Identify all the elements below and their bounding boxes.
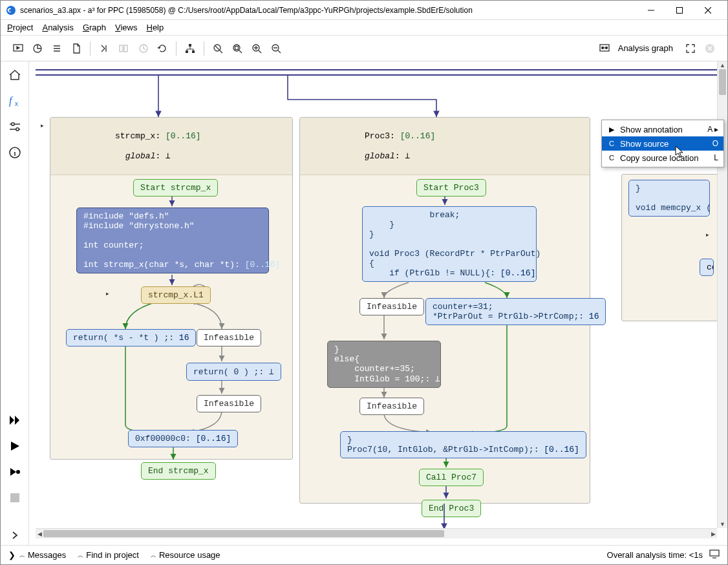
node-infeasible-2[interactable]: Infeasible (197, 395, 261, 412)
svg-point-15 (601, 47, 603, 48)
zoom-in-icon[interactable] (247, 39, 266, 58)
c-lang-icon: C (606, 154, 617, 162)
node-end-strcmp[interactable]: End strcmp_x (141, 462, 216, 480)
menu-project[interactable]: Project (7, 23, 33, 32)
node-return-val[interactable]: return( *s - *t ) ;: 16 (66, 329, 196, 346)
node-infeasible-4[interactable]: Infeasible (359, 398, 424, 415)
menu-graph[interactable]: Graph (83, 23, 106, 32)
fullscreen-icon[interactable] (681, 39, 700, 58)
triangle-right-icon: ▶ (606, 125, 617, 134)
refresh-icon[interactable] (153, 39, 172, 58)
svg-point-23 (16, 470, 20, 474)
expand-loop-icon[interactable]: ▸ (106, 290, 112, 297)
menu-views[interactable]: Views (115, 23, 137, 32)
svg-rect-4 (124, 45, 127, 52)
scroll-thumb-h[interactable] (43, 530, 444, 537)
play-icon[interactable] (5, 436, 25, 456)
node-addr[interactable]: 0xf00000c0: [0..16] (128, 430, 238, 447)
svg-rect-8 (192, 50, 195, 53)
window-title: scenarios_a3.apx - a³ for PPC (15985058)… (20, 6, 637, 15)
scroll-left-icon[interactable]: ◀ (36, 529, 43, 538)
left-rail: fx (1, 61, 29, 545)
stop-icon[interactable] (5, 488, 25, 507)
menu-show-source[interactable]: C Show source O (602, 136, 723, 151)
scroll-up-icon[interactable]: ▲ (718, 61, 727, 69)
home-icon[interactable] (5, 65, 25, 85)
status-time: Overall analysis time: <1s (607, 550, 703, 560)
pane-strcmp[interactable]: strcmp_x: [0..16] global: ⊥ (50, 117, 293, 460)
zoom-fit-icon[interactable] (228, 39, 247, 58)
close-view-icon[interactable] (700, 39, 720, 58)
function-icon[interactable]: fx (5, 91, 25, 111)
view-label: Analysis graph (618, 43, 673, 53)
node-call-proc7[interactable]: Call Proc7 (419, 469, 484, 486)
svg-point-16 (605, 47, 607, 48)
screen-run-icon[interactable] (8, 39, 28, 58)
maximize-button[interactable] (665, 1, 694, 19)
svg-rect-24 (10, 493, 19, 502)
svg-rect-25 (710, 550, 719, 556)
pane-memcpy[interactable]: } void memcpy_x (cha ▸ cou (621, 174, 717, 321)
play-to-icon[interactable] (5, 462, 25, 482)
svg-text:f: f (9, 95, 14, 107)
pane-proc3[interactable]: Proc3: [0..16] global: ⊥ (299, 117, 590, 504)
node-start-strcmp[interactable]: Start strcmp_x (133, 179, 218, 197)
toolbar: Analysis graph (1, 36, 727, 61)
node-return-zero[interactable]: return( 0 ) ;: ⊥ (186, 363, 281, 381)
history-icon[interactable] (133, 39, 153, 58)
node-end-proc3[interactable]: End Proc3 (422, 500, 481, 517)
menu-show-annotation[interactable]: ▶ Show annotation A ▸ (602, 122, 723, 136)
node-infeasible-1[interactable]: Infeasible (197, 329, 261, 346)
node-infeasible-3[interactable]: Infeasible (359, 298, 424, 315)
svg-rect-3 (120, 45, 123, 52)
monitor-icon[interactable] (709, 549, 720, 560)
status-messages[interactable]: ︿Messages (19, 550, 66, 560)
context-menu: ▶ Show annotation A ▸ C Show source O C … (601, 120, 724, 167)
svg-rect-6 (189, 44, 191, 47)
menu-analysis[interactable]: Analysis (42, 23, 73, 32)
expand-far-icon[interactable]: ▸ (706, 231, 712, 238)
menu-copy-source-location[interactable]: C Copy source location L (602, 151, 723, 165)
node-memcpy-code[interactable]: } void memcpy_x (cha (628, 180, 710, 217)
step-in-icon[interactable] (94, 39, 114, 58)
svg-point-20 (11, 123, 14, 125)
node-cou[interactable]: cou (700, 259, 714, 276)
collapse-pane1-icon[interactable]: ▸ (41, 122, 47, 129)
c-lang-icon: C (606, 140, 617, 147)
scroll-right-icon[interactable]: ▶ (709, 529, 717, 538)
statusbar: ❯ ︿Messages ︿Find in project ︿Resource u… (1, 545, 727, 564)
hierarchy-icon[interactable] (180, 39, 200, 58)
horizontal-scrollbar[interactable]: ◀ ▶ (36, 528, 717, 538)
node-counter31[interactable]: counter+=31; *PtrParOut = PtrGlb->PtrCom… (425, 298, 606, 325)
fast-forward-icon[interactable] (5, 410, 25, 430)
expand-status-icon[interactable]: ❯ (8, 550, 16, 560)
menu-help[interactable]: Help (147, 23, 164, 32)
svg-rect-7 (186, 50, 188, 53)
node-code-strcmp[interactable]: #include "defs.h" #include "dhrystone.h"… (76, 208, 269, 273)
zoom-reset-icon[interactable] (208, 39, 228, 58)
info-icon[interactable] (5, 143, 25, 162)
pane-proc3-header: Proc3: [0..16] global: ⊥ (300, 118, 590, 175)
close-button[interactable] (694, 1, 722, 19)
bar-icon[interactable] (114, 39, 133, 58)
node-else[interactable]: } else{ counter+=35; IntGlob = 100;: ⊥ (327, 341, 441, 388)
minimize-button[interactable] (637, 1, 665, 19)
scroll-down-icon[interactable]: ▼ (718, 520, 727, 528)
expand-rail-icon[interactable] (5, 526, 25, 545)
node-code-proc3[interactable]: break; } } void Proc3 (RecordPtr * PtrPa… (362, 206, 537, 282)
list-icon[interactable] (47, 39, 67, 58)
status-resource[interactable]: ︿Resource usage (151, 550, 220, 560)
node-start-proc3[interactable]: Start Proc3 (416, 179, 486, 197)
zoom-out-icon[interactable] (266, 39, 286, 58)
svg-rect-11 (235, 46, 239, 49)
svg-text:x: x (15, 100, 18, 107)
settings-sliders-icon[interactable] (5, 117, 25, 136)
status-find[interactable]: ︿Find in project (78, 550, 139, 560)
app-icon (6, 5, 16, 16)
document-icon[interactable] (67, 39, 86, 58)
scroll-thumb-v[interactable] (719, 69, 726, 95)
graph-view-icon[interactable] (595, 39, 614, 58)
pie-icon[interactable] (28, 39, 47, 58)
node-loop[interactable]: strcmp_x.L1 (141, 286, 211, 304)
node-proc7call[interactable]: } Proc7(10, IntGlob, &PtrGlb->IntComp);:… (340, 431, 586, 458)
